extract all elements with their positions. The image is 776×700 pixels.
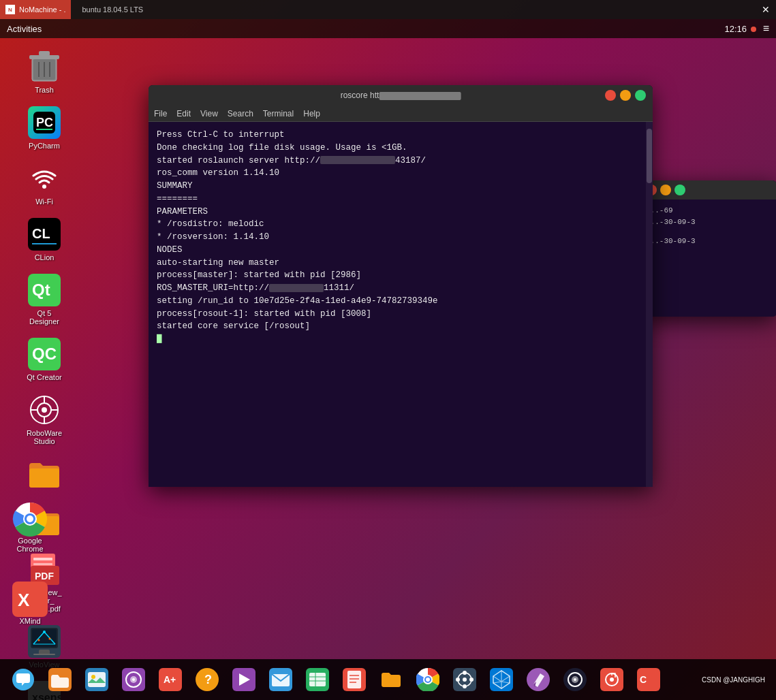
terminal-scrollbar[interactable] (646, 122, 653, 487)
terminal-close-button[interactable] (605, 90, 616, 101)
terminal-scrollbar-thumb[interactable] (647, 129, 652, 183)
taskbar-obs[interactable] (557, 662, 593, 697)
taskbar-spreadsheet-icon (305, 667, 330, 692)
wifi-icon-image (27, 161, 62, 196)
nomachine-logo: N NoMachine - . (0, 0, 71, 19)
terminal-window2: ...-69 ...-30-09-3 ...-30-09-3 (640, 180, 776, 317)
taskbar-user-label: CSDN @JANGHIGH (702, 676, 765, 684)
svg-point-98 (610, 678, 614, 682)
clion-icon[interactable]: CL CLion (10, 212, 78, 266)
svg-rect-70 (309, 673, 326, 686)
nomachine-title: NoMachine - . (19, 5, 65, 14)
term-line-16: started core service [/rosout] (157, 320, 645, 333)
terminal-content[interactable]: Press Ctrl-C to interrupt Done checking … (149, 122, 653, 487)
svg-rect-43 (33, 654, 55, 655)
terminal-maximize-button[interactable] (635, 90, 646, 101)
terminal-menu-edit[interactable]: Edit (176, 109, 191, 118)
term-line-3: started roslaunch server http://43187/ (157, 155, 645, 168)
nomachine-logo-box: N (5, 5, 15, 14)
terminal2-minimize-button[interactable] (660, 185, 671, 195)
terminal-menu-file[interactable]: File (154, 109, 167, 118)
taskbar-document-icon (342, 667, 367, 692)
trash-icon[interactable]: Trash (10, 45, 78, 98)
qt5-icon[interactable]: Qt Qt 5 Designer (10, 268, 78, 330)
taskbar-ros-icon (452, 667, 477, 692)
pycharm-icon[interactable]: PC PyCharm (10, 101, 78, 154)
term2-line-3: ...-30-09-3 (646, 236, 771, 247)
wifi-icon[interactable]: Wi-Fi (10, 157, 78, 210)
svg-point-87 (456, 678, 460, 682)
taskbar-netease[interactable] (594, 662, 630, 697)
taskbar-media-player[interactable] (226, 662, 262, 697)
activities-button[interactable]: Activities (7, 24, 42, 34)
term-line-14: setting /run_id to 10e7d25e-2f4a-11ed-a4… (157, 295, 645, 308)
terminal-window-buttons (605, 90, 646, 101)
term2-line-2: ...-30-09-3 (646, 217, 771, 228)
pycharm-label: PyCharm (29, 142, 60, 150)
terminal-minimize-button[interactable] (620, 90, 631, 101)
terminal-menu-terminal[interactable]: Terminal (263, 109, 294, 118)
taskbar-help-icon: ? (195, 667, 219, 692)
taskbar-files[interactable] (42, 662, 78, 697)
terminal2-maximize-button[interactable] (674, 185, 685, 195)
terminal-window2-content[interactable]: ...-69 ...-30-09-3 ...-30-09-3 (640, 200, 776, 317)
terminal-menu-view[interactable]: View (200, 109, 218, 118)
taskbar-photo-viewer[interactable] (79, 662, 114, 697)
svg-point-10 (42, 185, 46, 189)
taskbar-pen[interactable] (521, 662, 556, 697)
taskbar-ros[interactable] (447, 662, 482, 697)
topbar: Activities 12:16 ≡ (0, 19, 776, 38)
taskbar: A+ ? (0, 659, 776, 700)
terminal-menu-help[interactable]: Help (303, 109, 320, 118)
taskbar-help[interactable]: ? (189, 662, 225, 697)
svg-rect-28 (33, 558, 52, 560)
svg-rect-29 (33, 563, 52, 565)
term2-line-1: ...-69 (646, 205, 771, 217)
taskbar-document[interactable] (337, 662, 372, 697)
taskbar-files-icon (48, 667, 72, 692)
folder1-icon-image (27, 456, 62, 492)
taskbar-email-icon (268, 667, 293, 692)
taskbar-user-info: CSDN @JANGHIGH (702, 676, 771, 684)
taskbar-messaging[interactable] (5, 662, 41, 697)
svg-text:QC: QC (32, 345, 57, 363)
xmind-icon[interactable]: X XMind (8, 577, 52, 629)
taskbar-rhythmbox[interactable] (116, 662, 151, 697)
nomachine-subtitle: buntu 18.04.5 LTS (82, 5, 143, 14)
nomachine-close-button[interactable]: ✕ (760, 3, 772, 16)
taskbar-chrome[interactable] (410, 662, 446, 697)
taskbar-vscode[interactable] (484, 662, 519, 697)
svg-rect-3 (39, 51, 50, 56)
wifi-label: Wi-Fi (35, 197, 53, 206)
qt5-icon-image: Qt (27, 272, 62, 308)
taskbar-csdn[interactable]: C (631, 662, 666, 697)
googlechrome-icon[interactable]: GoogleChrome (8, 497, 52, 557)
terminal-menu-search[interactable]: Search (228, 109, 253, 118)
folder1-icon[interactable] (10, 452, 78, 497)
googlechrome-icon-image (12, 501, 48, 537)
svg-rect-75 (347, 671, 361, 688)
qtcreator-icon[interactable]: QC Qt Creator (10, 332, 78, 385)
term-cursor: █ (157, 333, 645, 346)
qtcreator-label: Qt Creator (27, 373, 61, 381)
roboware-icon-image (27, 392, 62, 428)
taskbar-chrome-icon (416, 667, 440, 692)
taskbar-appstore-icon: A+ (158, 667, 183, 692)
svg-point-95 (574, 678, 576, 681)
pycharm-icon-image: PC (27, 105, 62, 140)
roboware-icon[interactable]: RoboWare Studio (10, 388, 78, 449)
trash-label: Trash (35, 86, 54, 94)
taskbar-appstore[interactable]: A+ (153, 662, 188, 697)
qt5-label: Qt 5 Designer (29, 309, 59, 325)
taskbar-folder[interactable] (373, 662, 409, 697)
taskbar-vscode-icon (489, 667, 514, 692)
term2-blank (646, 227, 771, 236)
svg-point-89 (463, 678, 467, 682)
pycharm-icon-bg: PC (28, 106, 61, 139)
taskbar-spreadsheet[interactable] (300, 662, 335, 697)
system-menu-button[interactable]: ≡ (763, 22, 769, 35)
svg-point-39 (43, 631, 46, 633)
taskbar-folder-icon (379, 667, 403, 692)
taskbar-email[interactable] (263, 662, 298, 697)
term-line-1: Press Ctrl-C to interrupt (157, 129, 645, 142)
